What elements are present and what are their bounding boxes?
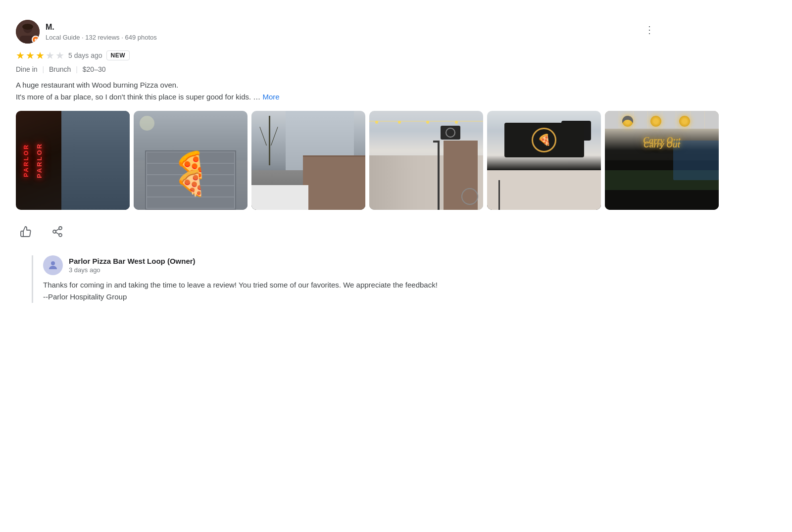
review-time: 5 days ago [68,51,102,59]
separator-2: | [76,65,78,73]
photo-3[interactable] [251,111,365,210]
meal-type: Brunch [49,65,71,73]
reviewer-header: M. Local Guide · 132 reviews · 649 photo… [16,20,659,44]
photos-grid: PARLOR 🍕 [16,111,659,210]
three-dot-icon: ⋮ [644,25,655,35]
thumbs-up-icon [20,226,32,238]
rating-row: ★ ★ ★ ★ ★ 5 days ago NEW [16,49,659,61]
star-1: ★ [16,49,25,61]
svg-line-8 [56,233,59,235]
review-line-2: It's more of a bar place, so I don't thi… [16,93,260,101]
star-5: ★ [55,49,64,61]
svg-marker-4 [34,38,37,41]
reviewer-meta: Local Guide · 132 reviews · 649 photos [46,34,157,41]
dining-type: Dine in [16,65,38,73]
action-row [16,220,659,243]
new-badge: NEW [106,50,130,60]
svg-line-9 [56,229,59,231]
reviewer-details: M. Local Guide · 132 reviews · 649 photo… [46,22,157,41]
owner-info: Parlor Pizza Bar West Loop (Owner) 3 day… [69,257,196,274]
separator-1: | [42,65,44,73]
local-guide-badge [32,36,40,44]
dining-info: Dine in | Brunch | $20–30 [16,65,659,73]
owner-reply-time: 3 days ago [69,266,196,274]
reviewer-info: M. Local Guide · 132 reviews · 649 photo… [16,20,157,44]
star-4: ★ [46,49,54,61]
owner-reply-text: Thanks for coming in and taking the time… [43,279,659,303]
price-range: $20–30 [83,65,106,73]
svg-point-10 [51,261,55,265]
review-container: M. Local Guide · 132 reviews · 649 photo… [16,12,659,311]
owner-name: Parlor Pizza Bar West Loop (Owner) [69,257,196,265]
like-button[interactable] [16,222,36,242]
person-icon [47,259,59,271]
review-text: A huge restaurant with Wood burning Pizz… [16,79,659,103]
photo-1[interactable]: PARLOR [16,111,130,210]
photo-6[interactable]: Carry Out [605,111,719,210]
photo-5[interactable]: 🍕 [487,111,601,210]
photo-4[interactable] [369,111,483,210]
reviewer-name: M. [46,22,157,33]
review-line-1: A huge restaurant with Wood burning Pizz… [16,81,178,89]
star-2: ★ [26,49,35,61]
share-icon [51,226,63,238]
owner-reply-header: Parlor Pizza Bar West Loop (Owner) 3 day… [43,255,659,275]
more-options-button[interactable]: ⋮ [640,20,659,40]
owner-reply: Parlor Pizza Bar West Loop (Owner) 3 day… [32,255,659,303]
photo-2[interactable]: 🍕 [134,111,248,210]
svg-point-3 [22,24,33,30]
reviewer-avatar [16,20,40,44]
star-rating: ★ ★ ★ ★ ★ [16,49,64,61]
share-button[interactable] [48,222,67,242]
owner-avatar [43,255,63,275]
more-link[interactable]: More [262,93,279,101]
star-3: ★ [36,49,45,61]
